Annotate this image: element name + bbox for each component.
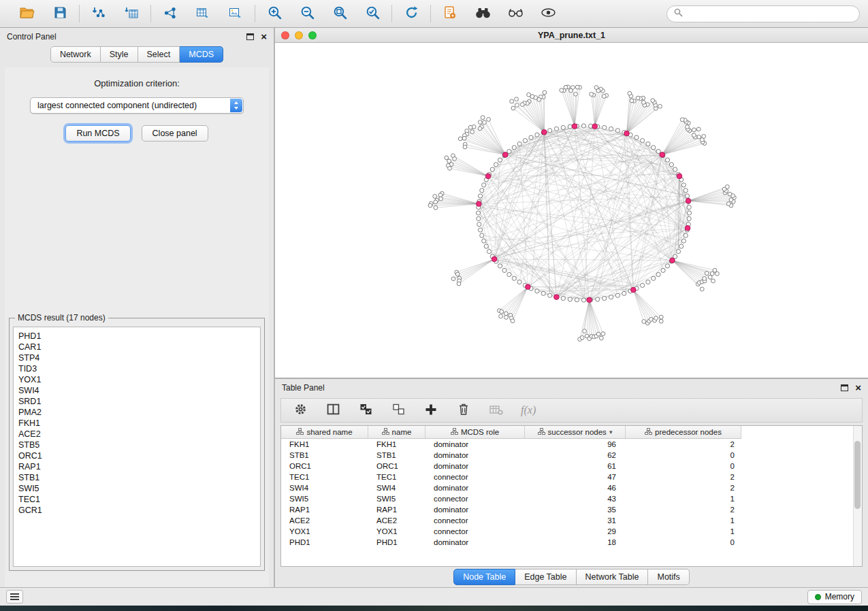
- save-session-button[interactable]: [49, 3, 71, 24]
- mcds-result-item[interactable]: SWI4: [18, 385, 260, 396]
- table-row[interactable]: SWI5 SWI5 connector 43 1: [281, 493, 862, 504]
- optimization-criterion-label: Optimization criterion:: [5, 78, 269, 88]
- tab-node-table[interactable]: Node Table: [453, 569, 515, 585]
- table-row[interactable]: FKH1 FKH1 dominator 96 2: [281, 439, 862, 450]
- document-share-icon: [444, 6, 456, 22]
- mcds-result-item[interactable]: SWI5: [18, 483, 260, 494]
- show-columns-button[interactable]: [325, 402, 341, 418]
- mcds-result-item[interactable]: PHD1: [18, 331, 260, 342]
- criterion-dropdown[interactable]: largest connected component (undirected): [30, 97, 244, 114]
- zoom-fit-button[interactable]: [329, 3, 351, 24]
- mcds-result-item[interactable]: ORC1: [18, 450, 260, 461]
- show-view-button[interactable]: [537, 3, 559, 24]
- control-panel-header: Control Panel ×: [0, 28, 274, 45]
- hide-details-button[interactable]: [504, 3, 526, 24]
- network-canvas-svg[interactable]: [275, 43, 868, 378]
- memory-status-dot: [815, 594, 821, 600]
- column-header-name[interactable]: name: [368, 426, 425, 439]
- column-type-icon: [645, 428, 652, 436]
- function-builder-button[interactable]: f(x): [521, 402, 536, 418]
- tab-network-table[interactable]: Network Table: [577, 569, 649, 585]
- import-table-button[interactable]: [120, 3, 142, 24]
- close-panel-icon-button[interactable]: ×: [261, 31, 267, 42]
- table-row[interactable]: STB1 STB1 dominator 62 0: [281, 450, 862, 461]
- tab-network[interactable]: Network: [50, 46, 101, 63]
- mcds-result-item[interactable]: TEC1: [18, 494, 260, 505]
- deselect-all-button[interactable]: [390, 402, 406, 418]
- table-row[interactable]: SWI4 SWI4 dominator 46 2: [281, 482, 862, 493]
- table-vertical-scrollbar[interactable]: [853, 426, 862, 566]
- new-network-button[interactable]: [159, 3, 181, 24]
- table-body: FKH1 FKH1 dominator 96 2 STB1 STB1 domin…: [281, 439, 862, 566]
- maximize-window-button[interactable]: [308, 31, 317, 39]
- mcds-result-item[interactable]: FKH1: [18, 418, 260, 429]
- mcds-result-list[interactable]: PHD1CAR1STP4TID3YOX1SWI4SRD1PMA2FKH1ACE2…: [13, 327, 261, 567]
- search-field[interactable]: [666, 5, 860, 22]
- mcds-result-item[interactable]: STP4: [18, 352, 260, 363]
- minimize-window-button[interactable]: [295, 31, 303, 39]
- mcds-result-item[interactable]: STB1: [18, 472, 260, 483]
- export-table-button[interactable]: [192, 3, 214, 24]
- close-table-panel-button[interactable]: ×: [855, 382, 861, 393]
- import-network-button[interactable]: [88, 3, 110, 24]
- zoom-selected-button[interactable]: [361, 3, 383, 24]
- float-table-panel-button[interactable]: [841, 384, 848, 391]
- copy-style-button[interactable]: [439, 3, 461, 24]
- mcds-result-item[interactable]: GCR1: [18, 505, 260, 516]
- column-header-predecessor-nodes[interactable]: predecessor nodes: [626, 426, 741, 439]
- eye-icon: [541, 7, 556, 20]
- mcds-result-item[interactable]: SRD1: [18, 396, 260, 407]
- table-row[interactable]: TEC1 TEC1 connector 47 2: [281, 472, 862, 482]
- open-folder-icon: [20, 7, 35, 20]
- tab-mcds[interactable]: MCDS: [180, 46, 223, 63]
- zoom-in-button[interactable]: [263, 3, 285, 24]
- delete-column-button[interactable]: [455, 402, 472, 418]
- mcds-result-item[interactable]: TID3: [18, 363, 260, 374]
- refresh-layout-button[interactable]: [400, 3, 422, 24]
- column-header-mcds-role[interactable]: MCDS role: [425, 426, 525, 439]
- network-title: YPA_prune.txt_1: [275, 31, 868, 40]
- find-button[interactable]: [472, 3, 494, 24]
- tab-edge-table[interactable]: Edge Table: [515, 569, 576, 585]
- table-row[interactable]: ORC1 ORC1 dominator 61 0: [281, 461, 862, 472]
- export-image-button[interactable]: [225, 3, 246, 24]
- add-column-button[interactable]: [423, 402, 439, 418]
- search-input[interactable]: [687, 9, 852, 18]
- scrollbar-thumb[interactable]: [854, 441, 861, 509]
- column-header-shared-name[interactable]: shared name: [281, 426, 368, 439]
- table-row[interactable]: RAP1 RAP1 dominator 35 2: [281, 504, 862, 515]
- float-panel-button[interactable]: [246, 33, 254, 40]
- table-row[interactable]: PHD1 PHD1 dominator 18 0: [281, 537, 862, 548]
- mcds-result-item[interactable]: CAR1: [18, 342, 260, 352]
- tab-style[interactable]: Style: [101, 46, 138, 63]
- mcds-result-item[interactable]: STB5: [18, 440, 260, 450]
- zoom-out-button[interactable]: [296, 3, 318, 24]
- mcds-result-item[interactable]: YOX1: [18, 374, 260, 385]
- table-row[interactable]: ACE2 ACE2 connector 31 1: [281, 515, 862, 526]
- search-icon: [674, 7, 683, 20]
- table-row[interactable]: YOX1 YOX1 connector 29 1: [281, 526, 862, 537]
- import-network-icon: [92, 7, 106, 21]
- network-view[interactable]: [275, 43, 868, 378]
- open-session-button[interactable]: [16, 3, 38, 24]
- criterion-selected-value: largest connected component (undirected): [37, 101, 197, 110]
- table-toolbar: f(x): [280, 398, 863, 423]
- node-table: shared name name MCDS role successo: [280, 425, 863, 567]
- status-menu-button[interactable]: [6, 590, 23, 604]
- close-window-button[interactable]: [281, 31, 289, 39]
- network-share-icon: [163, 7, 177, 21]
- column-header-successor-nodes[interactable]: successor nodes ▾: [525, 426, 626, 439]
- select-all-button[interactable]: [357, 402, 374, 418]
- mcds-result-item[interactable]: ACE2: [18, 429, 260, 440]
- mcds-result-item[interactable]: RAP1: [18, 461, 260, 472]
- close-panel-button[interactable]: Close panel: [142, 125, 208, 142]
- tab-select[interactable]: Select: [138, 46, 180, 63]
- table-settings-button[interactable]: [292, 402, 308, 418]
- run-mcds-button[interactable]: Run MCDS: [65, 125, 130, 142]
- delete-table-button[interactable]: [488, 402, 504, 418]
- memory-button[interactable]: Memory: [807, 590, 862, 604]
- control-panel: Control Panel × Network Style Select MCD…: [0, 28, 275, 587]
- mcds-result-item[interactable]: PMA2: [18, 407, 260, 418]
- tab-motifs[interactable]: Motifs: [648, 569, 689, 585]
- import-table-icon: [125, 7, 138, 21]
